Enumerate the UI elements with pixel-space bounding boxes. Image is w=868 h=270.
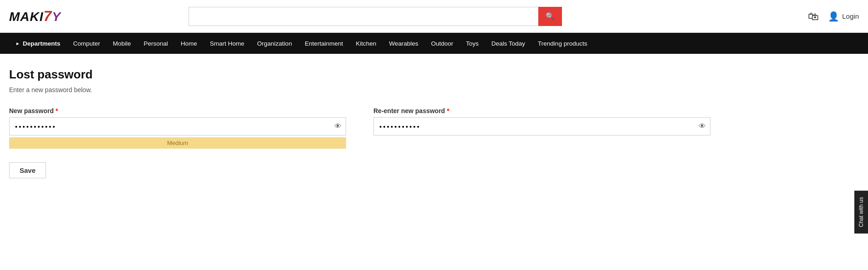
chat-widget[interactable]: Chat with us xyxy=(854,191,868,197)
main-content: Lost password Enter a new password below… xyxy=(0,54,868,197)
new-password-eye-icon[interactable]: 👁 xyxy=(334,122,342,130)
search-icon: 🔍 xyxy=(546,12,555,21)
reenter-password-required: * xyxy=(447,107,449,114)
search-input[interactable] xyxy=(189,7,538,26)
new-password-label: New password * xyxy=(9,107,346,114)
reenter-password-eye-icon[interactable]: 👁 xyxy=(699,122,706,130)
nav-item-kitchen[interactable]: Kitchen xyxy=(349,33,383,54)
login-label: Login xyxy=(842,12,859,20)
new-password-input[interactable] xyxy=(9,117,346,135)
form-row: New password * 👁 Medium Re-enter new pas… xyxy=(9,107,859,149)
nav-item-trending[interactable]: Trending products xyxy=(531,33,593,54)
logo[interactable]: MAKI7Y xyxy=(9,8,61,25)
page-subtitle: Enter a new password below. xyxy=(9,86,859,93)
logo-maki: MAKI xyxy=(9,10,44,24)
nav-label-wearables: Wearables xyxy=(389,40,418,47)
new-password-group: New password * 👁 Medium xyxy=(9,107,346,149)
password-strength-bar: Medium xyxy=(9,137,346,149)
login-button[interactable]: 👤 Login xyxy=(828,11,859,22)
nav-label-toys: Toys xyxy=(466,40,479,47)
cart-bag-icon: 🛍 xyxy=(808,10,819,22)
nav-label-deals: Deals Today xyxy=(491,40,525,47)
nav-item-deals[interactable]: Deals Today xyxy=(485,33,531,54)
search-bar: 🔍 xyxy=(189,7,562,26)
nav-item-smarthome[interactable]: Smart Home xyxy=(204,33,251,54)
nav-item-departments[interactable]: ► Departments xyxy=(9,33,66,54)
nav-label-organization: Organization xyxy=(257,40,292,47)
nav-label-outdoor: Outdoor xyxy=(431,40,454,47)
cart-icon[interactable]: 🛍 xyxy=(808,10,819,23)
logo-seven: 7 xyxy=(44,8,52,24)
header-icons: 🛍 👤 Login xyxy=(808,10,859,23)
header: MAKI7Y 🔍 🛍 👤 Login xyxy=(0,0,868,33)
nav-label-kitchen: Kitchen xyxy=(356,40,376,47)
nav-item-wearables[interactable]: Wearables xyxy=(383,33,424,54)
save-button[interactable]: Save xyxy=(9,162,46,178)
nav-label-personal: Personal xyxy=(144,40,168,47)
nav-label-trending: Trending products xyxy=(538,40,587,47)
new-password-input-wrapper: 👁 xyxy=(9,117,346,135)
reenter-password-input[interactable] xyxy=(373,117,710,135)
nav-item-entertainment[interactable]: Entertainment xyxy=(298,33,349,54)
nav-item-computer[interactable]: Computer xyxy=(66,33,106,54)
nav-label-smarthome: Smart Home xyxy=(210,40,245,47)
reenter-password-label: Re-enter new password * xyxy=(373,107,710,114)
reenter-password-input-wrapper: 👁 xyxy=(373,117,710,135)
new-password-required: * xyxy=(56,107,58,114)
departments-arrow-icon: ► xyxy=(15,41,20,46)
nav-label-departments: Departments xyxy=(23,40,61,47)
logo-y: Y xyxy=(52,10,61,24)
reenter-password-group: Re-enter new password * 👁 xyxy=(373,107,710,135)
page-title: Lost password xyxy=(9,68,859,82)
nav-item-outdoor[interactable]: Outdoor xyxy=(425,33,460,54)
nav-item-home[interactable]: Home xyxy=(174,33,204,54)
nav-item-personal[interactable]: Personal xyxy=(138,33,174,54)
nav-item-mobile[interactable]: Mobile xyxy=(107,33,138,54)
nav-item-organization[interactable]: Organization xyxy=(251,33,299,54)
nav-label-entertainment: Entertainment xyxy=(305,40,343,47)
nav-bar: ► Departments Computer Mobile Personal H… xyxy=(0,33,868,54)
nav-label-computer: Computer xyxy=(73,40,100,47)
nav-label-mobile: Mobile xyxy=(113,40,131,47)
search-button[interactable]: 🔍 xyxy=(538,7,562,26)
user-icon: 👤 xyxy=(828,11,839,22)
nav-item-toys[interactable]: Toys xyxy=(460,33,485,54)
nav-label-home: Home xyxy=(181,40,197,47)
